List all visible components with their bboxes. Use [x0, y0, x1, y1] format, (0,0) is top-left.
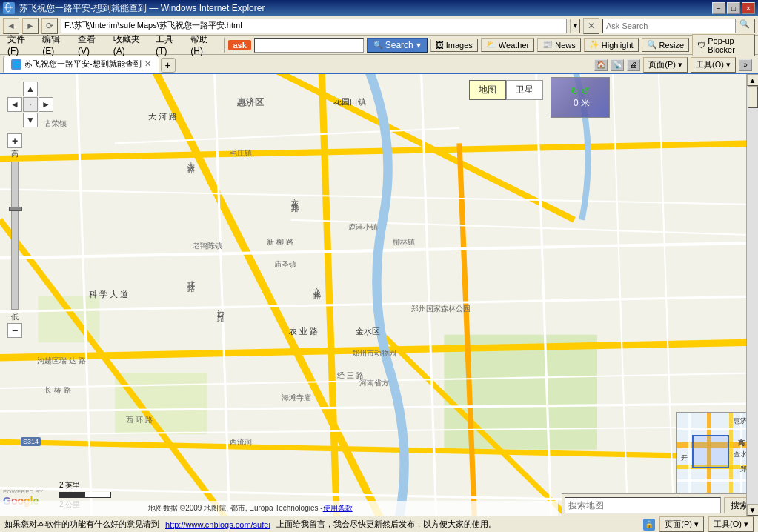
map-type-map[interactable]: 地图 — [469, 80, 506, 100]
search-input[interactable] — [602, 19, 736, 33]
map-nav-controls: ▲ ◄ · ► ▼ — [7, 82, 53, 127]
tab-favicon: 🌐 — [11, 59, 21, 70]
scroll-down-button[interactable]: ▼ — [747, 504, 759, 516]
nav-down-button[interactable]: ▼ — [23, 113, 38, 127]
use-terms-link[interactable]: 使用条款 — [323, 503, 353, 513]
highlight-button[interactable]: ✨ Highlight — [584, 38, 639, 52]
refresh-icon2: ↺ — [581, 85, 590, 97]
menu-file[interactable]: 文件(F) — [3, 32, 35, 58]
scale-label-miles: 2 英里 — [59, 480, 80, 491]
scroll-track[interactable] — [747, 86, 759, 504]
status-bar: 如果您对本软件的功能有什么好的意见请到 http://www.cnblogs.c… — [0, 516, 758, 532]
chevron-right-icon[interactable]: » — [739, 59, 752, 71]
scale-0m-label: 0 米 — [574, 97, 590, 110]
resize-button[interactable]: 🔍 Resize — [642, 38, 690, 52]
highlight-icon: ✨ — [589, 40, 599, 50]
compass-container: ↻ ↺ 0 米 — [551, 77, 610, 118]
nav-center-button[interactable]: · — [23, 97, 38, 112]
menu-edit[interactable]: 编辑(E) — [38, 32, 70, 58]
news-button[interactable]: 📰 News — [537, 38, 581, 52]
menu-favorites[interactable]: 收藏夹(A) — [109, 32, 148, 58]
menu-view[interactable]: 查看(V) — [73, 32, 106, 58]
map-search-area: 搜索 — [562, 493, 758, 516]
tab-bar: 🌐 苏飞祝您一路平安-想到就能查到 ✕ + 🏠 📡 🖨 页面(P) ▾ 工具(O… — [0, 55, 758, 74]
zoom-out-button[interactable]: − — [7, 323, 22, 338]
rss-button[interactable]: 📡 — [611, 59, 624, 71]
images-button[interactable]: 🖼 Images — [430, 39, 478, 52]
map-copyright: 地图数据 ©2009 地图院, 都市, Europa Technologies … — [0, 501, 558, 516]
scroll-up-button[interactable]: ▲ — [747, 74, 759, 86]
scrollbar-right: ▲ ▼ — [746, 74, 758, 516]
tab-close-button[interactable]: ✕ — [144, 59, 151, 69]
nav-up-button[interactable]: ▲ — [23, 82, 38, 96]
search-go-button[interactable]: 🔍 — [739, 19, 755, 33]
restore-button[interactable]: □ — [727, 2, 740, 14]
zoom-low-label: 低 — [11, 311, 19, 323]
new-tab-button[interactable]: + — [161, 58, 176, 73]
toolbar-separator — [224, 38, 225, 53]
popup-icon: 🛡 — [697, 41, 705, 50]
zoom-high-label: 高 — [11, 148, 19, 160]
menu-help[interactable]: 帮助(H) — [186, 32, 219, 58]
search-icon: 🔍 — [373, 41, 382, 49]
ie-icon — [3, 2, 15, 14]
zoom-handle[interactable] — [9, 207, 22, 211]
news-icon: 📰 — [542, 40, 553, 50]
popup-blocker-button[interactable]: 🛡 Pop-up Blocker — [692, 34, 755, 56]
zoom-in-button[interactable]: + — [7, 133, 22, 148]
map-search-input[interactable] — [565, 497, 721, 513]
tab-label: 苏飞祝您一路平安-想到就能查到 — [24, 59, 142, 70]
page-menu[interactable]: 页面(P) ▾ — [643, 57, 688, 73]
images-icon: 🖼 — [436, 41, 444, 50]
weather-icon: ⛅ — [486, 40, 496, 50]
zoom-track[interactable] — [11, 162, 19, 310]
window-title: 苏飞祝您一路平安-想到就能查到 — Windows Internet Explo… — [19, 2, 265, 15]
map-container[interactable]: 惠济区 大 河 路 花园口镇 古荣镇 毛庄镇 天 河 路 文 化 北 路 鹿港小… — [0, 74, 758, 516]
copyright-text: 地图数据 ©2009 地图院, 都市, Europa Technologies … — [148, 503, 323, 513]
map-svg — [0, 74, 758, 516]
scroll-thumb[interactable] — [748, 86, 758, 108]
title-bar: 苏飞祝您一路平安-想到就能查到 — Windows Internet Explo… — [0, 0, 758, 16]
map-type-satellite[interactable]: 卫星 — [506, 80, 543, 100]
mini-label-kai: 开 — [681, 453, 688, 463]
nav-right-button[interactable]: ► — [39, 97, 53, 112]
close-button[interactable]: × — [742, 2, 755, 14]
scale-ruler — [59, 492, 111, 498]
map-zoom-controls: + 高 低 − — [7, 133, 22, 338]
toolbar-search-input[interactable] — [254, 38, 364, 53]
main-area: 惠济区 大 河 路 花园口镇 古荣镇 毛庄镇 天 河 路 文 化 北 路 鹿港小… — [0, 74, 758, 516]
page-dropdown[interactable]: 页面(P) ▾ — [659, 516, 704, 532]
stop-button[interactable]: ✕ — [583, 18, 599, 34]
search-dropdown-icon: ▾ — [416, 40, 421, 50]
tools-dropdown[interactable]: 工具(O) ▾ — [708, 516, 754, 532]
nav-left-button[interactable]: ◄ — [7, 97, 22, 112]
search-label: Search — [385, 40, 413, 50]
tab-main[interactable]: 🌐 苏飞祝您一路平安-想到就能查到 ✕ — [3, 56, 159, 73]
address-dropdown[interactable]: ▾ — [570, 19, 580, 33]
tools-menu[interactable]: 工具(O) ▾ — [691, 57, 736, 73]
home-button[interactable]: 🏠 — [594, 59, 608, 71]
status-text-after: 上面给我留言，我会尽快更新然后发布，以方便大家的使用。 — [276, 519, 496, 530]
map-type-controls: 地图 卫星 — [469, 80, 543, 100]
road-badge-s314: S314 — [21, 437, 41, 446]
powered-by-label: POWERED BY — [3, 488, 43, 495]
address-input[interactable] — [61, 19, 567, 33]
status-right: 🔒 页面(P) ▾ 工具(O) ▾ — [643, 516, 754, 532]
svg-rect-5 — [115, 373, 207, 434]
mini-map-highlight — [692, 435, 729, 468]
ask-badge[interactable]: ask — [228, 40, 250, 50]
window-controls: − □ × — [712, 2, 755, 14]
refresh-icon: ↻ — [571, 85, 579, 97]
menu-tools[interactable]: 工具(T) — [151, 32, 183, 58]
search-button[interactable]: 🔍 Search ▾ — [367, 38, 428, 53]
print-button[interactable]: 🖨 — [627, 59, 640, 71]
weather-button[interactable]: ⛅ Weather — [481, 38, 534, 52]
status-link[interactable]: http://www.cnblogs.com/sufei — [165, 520, 270, 529]
minimize-button[interactable]: − — [712, 2, 725, 14]
resize-icon: 🔍 — [647, 40, 657, 50]
status-security-icon: 🔒 — [643, 519, 655, 531]
status-text-before: 如果您对本软件的功能有什么好的意见请到 — [4, 519, 159, 530]
menu-bar: 文件(F) 编辑(E) 查看(V) 收藏夹(A) 工具(T) 帮助(H) ask… — [0, 36, 758, 55]
